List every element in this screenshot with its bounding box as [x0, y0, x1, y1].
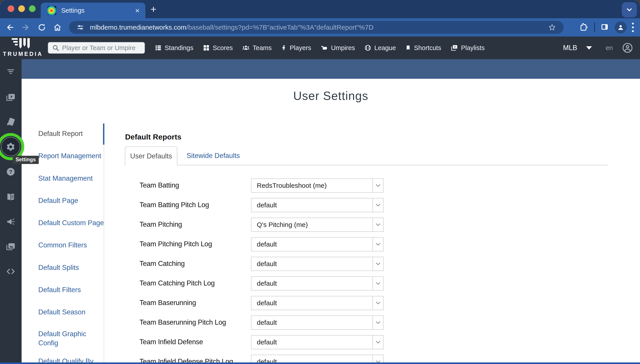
- chevron-down-icon[interactable]: [372, 277, 383, 290]
- trumedia-logo[interactable]: TRUMEDIA: [2, 38, 44, 57]
- home-button[interactable]: [51, 18, 64, 36]
- nav-label: Players: [290, 44, 311, 52]
- settings-tooltip: Settings: [13, 156, 39, 164]
- chevron-down-icon[interactable]: [372, 336, 383, 349]
- select-value: RedsTroubleshoot (me): [257, 182, 372, 189]
- select-team-catching[interactable]: default: [251, 257, 384, 271]
- umpires-icon: [320, 44, 328, 52]
- sidebar-gallery-button[interactable]: [6, 242, 16, 252]
- league-caret-icon[interactable]: [586, 46, 592, 50]
- nav-label: Teams: [252, 44, 272, 52]
- nav-item-league[interactable]: League: [364, 44, 396, 52]
- back-button[interactable]: [4, 18, 16, 36]
- settings-nav-default-splits[interactable]: Default Splits: [38, 263, 105, 272]
- account-button[interactable]: [622, 42, 633, 54]
- window-controls: [8, 5, 36, 12]
- forward-button[interactable]: [19, 18, 32, 36]
- chevron-down-icon[interactable]: [372, 296, 383, 310]
- browser-tab-bar: Settings × +: [0, 0, 640, 18]
- nav-item-shortcuts[interactable]: Shortcuts: [405, 44, 441, 52]
- sidebar-glossary-button[interactable]: [6, 192, 16, 202]
- app-header: TRUMEDIA Standings Scores Teams Players: [0, 36, 640, 59]
- standings-icon: [155, 44, 162, 52]
- side-panel-icon[interactable]: [600, 22, 609, 32]
- chevron-down-icon[interactable]: [372, 257, 383, 270]
- chevron-down-icon[interactable]: [372, 218, 383, 232]
- trumedia-logo-mark: [10, 38, 36, 50]
- teams-icon: [242, 44, 250, 52]
- sidebar-filter-button[interactable]: [6, 67, 16, 76]
- minimize-window-button[interactable]: [18, 5, 25, 12]
- settings-nav-common-filters[interactable]: Common Filters: [38, 240, 105, 250]
- chevron-down-icon[interactable]: [372, 179, 383, 192]
- settings-nav-default-report[interactable]: Default Report: [38, 129, 105, 138]
- primary-nav: Standings Scores Teams Players Umpires L…: [155, 36, 485, 59]
- nav-item-teams[interactable]: Teams: [242, 44, 272, 52]
- select-team-pitching-pitch-log[interactable]: default: [251, 237, 384, 252]
- select-team-pitching[interactable]: Q's Pitching (me): [251, 218, 384, 232]
- url-bar[interactable]: mlbdemo.trumedianetworks.com/baseball/se…: [69, 21, 564, 34]
- sidebar-help-button[interactable]: ?: [6, 167, 16, 177]
- sidebar-settings-button[interactable]: [6, 142, 16, 152]
- language-selector[interactable]: en: [606, 44, 613, 52]
- account-icon: [622, 42, 633, 54]
- chevron-down-icon[interactable]: [372, 198, 383, 212]
- search-input[interactable]: [62, 44, 138, 52]
- select-value: default: [257, 201, 372, 209]
- browser-menu-icon[interactable]: [632, 23, 634, 32]
- select-team-batting-pitch-log[interactable]: default: [251, 198, 384, 212]
- close-tab-icon[interactable]: ×: [135, 7, 140, 14]
- bookmark-star-icon[interactable]: [548, 23, 556, 32]
- site-info-icon[interactable]: [76, 24, 84, 31]
- nav-label: League: [374, 44, 396, 52]
- close-window-button[interactable]: [8, 5, 14, 12]
- glossary-book-icon: [6, 192, 16, 202]
- nav-item-players[interactable]: Players: [281, 44, 311, 52]
- toolbar-divider: [594, 22, 595, 32]
- browser-window: Settings × + mlbdemo.trumedianetworks.co…: [0, 0, 640, 364]
- sidebar-video-library-button[interactable]: [6, 92, 16, 102]
- settings-nav-active-accent: [103, 124, 104, 144]
- global-search[interactable]: [48, 42, 145, 54]
- url-text[interactable]: mlbdemo.trumedianetworks.com/baseball/se…: [90, 24, 374, 31]
- search-icon: [52, 44, 60, 52]
- tab-search-button[interactable]: [622, 2, 637, 17]
- settings-nav-default-custom-page[interactable]: Default Custom Page: [38, 218, 105, 228]
- url-path: /baseball/settings?pd=%7B"activeTab"%3A"…: [186, 24, 374, 31]
- announcements-megaphone-icon: [6, 217, 16, 227]
- settings-nav-stat-management[interactable]: Stat Management: [38, 174, 105, 183]
- scores-icon: [203, 44, 210, 52]
- chevron-down-icon[interactable]: [372, 316, 383, 329]
- new-tab-button[interactable]: +: [150, 4, 156, 14]
- sidebar-graphics-button[interactable]: [6, 117, 16, 127]
- settings-nav-default-season[interactable]: Default Season: [38, 308, 105, 316]
- reload-button[interactable]: [36, 18, 48, 36]
- person-icon: [617, 24, 624, 31]
- settings-nav-report-management[interactable]: Report Management: [38, 151, 105, 160]
- settings-nav-default-graphic-config[interactable]: Default Graphic Config: [38, 329, 87, 348]
- browser-profile-avatar[interactable]: [615, 21, 627, 33]
- zoom-window-button[interactable]: [29, 5, 36, 12]
- field-label-team-baserunning-pitch-log: Team Baserunning Pitch Log: [140, 318, 242, 326]
- extensions-icon[interactable]: [580, 22, 588, 32]
- select-team-baserunning-pitch-log[interactable]: default: [251, 316, 384, 330]
- chevron-down-icon[interactable]: [372, 238, 383, 251]
- select-value: default: [257, 299, 372, 307]
- select-team-catching-pitch-log[interactable]: default: [251, 276, 384, 290]
- settings-nav-default-page[interactable]: Default Page: [38, 196, 105, 205]
- settings-nav-default-filters[interactable]: Default Filters: [38, 285, 105, 294]
- tab-sitewide-defaults[interactable]: Sitewide Defaults: [185, 146, 241, 165]
- select-team-baserunning[interactable]: default: [251, 296, 384, 310]
- sidebar-announcements-button[interactable]: [6, 217, 16, 227]
- league-selector[interactable]: MLB: [563, 44, 577, 52]
- nav-item-scores[interactable]: Scores: [203, 44, 233, 52]
- tab-user-defaults[interactable]: User Defaults: [125, 146, 177, 165]
- browser-tab-settings[interactable]: Settings ×: [41, 3, 145, 18]
- nav-label: Standings: [165, 44, 194, 52]
- nav-item-umpires[interactable]: Umpires: [320, 44, 355, 52]
- nav-item-playlists[interactable]: Playlists: [451, 44, 485, 52]
- select-team-infield-defense[interactable]: default: [251, 335, 384, 349]
- nav-item-standings[interactable]: Standings: [155, 44, 194, 52]
- sidebar-embed-button[interactable]: [6, 266, 16, 276]
- select-team-batting[interactable]: RedsTroubleshoot (me): [251, 178, 384, 193]
